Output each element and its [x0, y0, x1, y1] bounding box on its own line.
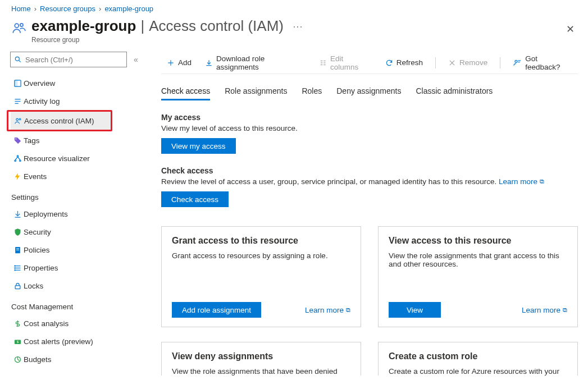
breadcrumb-sep: › [34, 4, 37, 13]
sidebar-item-label: Security [24, 228, 51, 236]
svg-point-25 [14, 269, 15, 270]
feedback-button[interactable]: Got feedback? [507, 53, 578, 73]
download-icon [205, 59, 213, 67]
breadcrumb-resource-groups[interactable]: Resource groups [40, 4, 95, 13]
svg-point-9 [16, 118, 18, 121]
svg-point-12 [17, 155, 19, 157]
search-input[interactable] [24, 55, 123, 65]
sidebar-item-overview[interactable]: Overview [10, 74, 144, 92]
learn-more-link[interactable]: Learn more ⧉ [522, 306, 567, 314]
sidebar-item-tags[interactable]: Tags [10, 131, 144, 149]
tab-roles[interactable]: Roles [302, 86, 322, 100]
toolbar-separator [435, 57, 436, 68]
overview-icon [11, 79, 24, 88]
add-button[interactable]: Add [161, 53, 197, 73]
tab-deny-assignments[interactable]: Deny assignments [336, 86, 401, 100]
search-icon [14, 56, 22, 63]
more-actions-button[interactable]: ⋯ [293, 20, 303, 33]
sidebar-item-resource-visualizer[interactable]: Resource visualizer [10, 149, 144, 167]
card-view-access: View access to this resource View the ro… [378, 226, 578, 327]
learn-more-link[interactable]: Learn more ⧉ [499, 177, 544, 186]
remove-icon [448, 59, 456, 67]
sidebar-item-label: Policies [24, 246, 50, 254]
remove-button: Remove [443, 53, 493, 73]
deployments-icon [11, 210, 24, 218]
sidebar-item-label: Access control (IAM) [24, 117, 94, 125]
sidebar-item-events[interactable]: Events [10, 167, 144, 185]
sidebar-group-cost: Cost Management [11, 303, 144, 311]
cost-alerts-icon: $ [11, 337, 24, 346]
svg-rect-19 [16, 249, 19, 250]
sidebar-item-properties[interactable]: Properties [10, 259, 144, 277]
sidebar-item-label: Activity log [24, 97, 60, 106]
sidebar-item-label: Tags [24, 136, 40, 145]
sidebar-item-cost-alerts[interactable]: $ Cost alerts (preview) [10, 332, 144, 350]
cards-row: Grant access to this resource Grant acce… [161, 226, 578, 327]
sidebar-item-label: Resource visualizer [24, 154, 90, 163]
tab-check-access[interactable]: Check access [161, 86, 210, 100]
card-desc: View the role assignments that have been… [172, 367, 350, 376]
refresh-button[interactable]: Refresh [380, 53, 429, 73]
card-title: Grant access to this resource [172, 236, 350, 246]
sidebar-item-label: Budgets [24, 355, 52, 364]
toolbar-label: Edit columns [330, 54, 372, 71]
page-header: example-group | Access control (IAM) ⋯ R… [0, 15, 588, 52]
toolbar-separator [500, 57, 500, 68]
title-separator: | [140, 17, 144, 35]
sidebar: « Overview Activity log Access control (… [0, 52, 144, 376]
svg-point-23 [14, 265, 15, 266]
add-role-assignment-button[interactable]: Add role assignment [172, 302, 261, 318]
svg-point-1 [20, 24, 23, 26]
card-desc: Create a custom role for Azure resources… [389, 367, 567, 376]
download-button[interactable]: Download role assignments [199, 53, 311, 73]
page-subtitle: Access control (IAM) [149, 17, 284, 35]
svg-point-10 [19, 118, 21, 120]
people-icon [12, 117, 24, 125]
sidebar-item-label: Cost alerts (preview) [24, 337, 93, 346]
check-access-button[interactable]: Check access [161, 191, 229, 207]
tab-role-assignments[interactable]: Role assignments [225, 86, 287, 100]
learn-more-label: Learn more [499, 177, 537, 186]
card-desc: View the role assignments that grant acc… [389, 251, 567, 291]
sidebar-item-label: Overview [24, 79, 55, 88]
section-desc-text: Review the level of access a user, group… [161, 177, 499, 186]
learn-more-label: Learn more [305, 306, 344, 314]
policies-icon [11, 246, 24, 254]
sidebar-item-deployments[interactable]: Deployments [10, 205, 144, 223]
sidebar-item-label: Locks [24, 282, 43, 290]
sidebar-item-access-control[interactable]: Access control (IAM) [11, 112, 111, 130]
svg-point-24 [14, 267, 15, 268]
collapse-sidebar-button[interactable]: « [134, 55, 136, 64]
sidebar-item-locks[interactable]: Locks [10, 277, 144, 295]
toolbar-label: Download role assignments [216, 54, 306, 71]
breadcrumb-home[interactable]: Home [11, 4, 31, 13]
sidebar-item-cost-analysis[interactable]: Cost analysis [10, 314, 144, 332]
security-icon [11, 228, 24, 236]
breadcrumb-example-group[interactable]: example-group [104, 4, 153, 13]
svg-line-16 [17, 157, 20, 160]
sidebar-search[interactable] [10, 52, 127, 67]
sidebar-item-budgets[interactable]: Budgets [10, 350, 144, 368]
sidebar-item-activity-log[interactable]: Activity log [10, 92, 144, 110]
sidebar-group-settings: Settings [11, 193, 144, 202]
close-button[interactable]: ✕ [566, 23, 575, 35]
tab-classic-administrators[interactable]: Classic administrators [416, 86, 493, 100]
page-title: example-group [31, 17, 136, 35]
learn-more-link[interactable]: Learn more ⧉ [305, 306, 350, 314]
section-title: Check access [161, 166, 578, 175]
card-grant-access: Grant access to this resource Grant acce… [161, 226, 361, 327]
sidebar-item-label: Cost analysis [24, 319, 69, 328]
card-title: View access to this resource [389, 236, 567, 246]
sidebar-item-policies[interactable]: Policies [10, 241, 144, 259]
main-content: Add Download role assignments Edit colum… [144, 52, 588, 376]
cost-analysis-icon [11, 319, 24, 328]
svg-line-15 [15, 157, 17, 160]
view-button[interactable]: View [389, 302, 441, 318]
svg-point-14 [19, 160, 21, 162]
view-my-access-button[interactable]: View my access [161, 138, 236, 154]
sidebar-item-security[interactable]: Security [10, 223, 144, 241]
svg-rect-18 [16, 248, 19, 249]
svg-point-11 [15, 138, 16, 139]
section-desc: View my level of access to this resource… [161, 124, 578, 132]
refresh-icon [385, 59, 393, 67]
